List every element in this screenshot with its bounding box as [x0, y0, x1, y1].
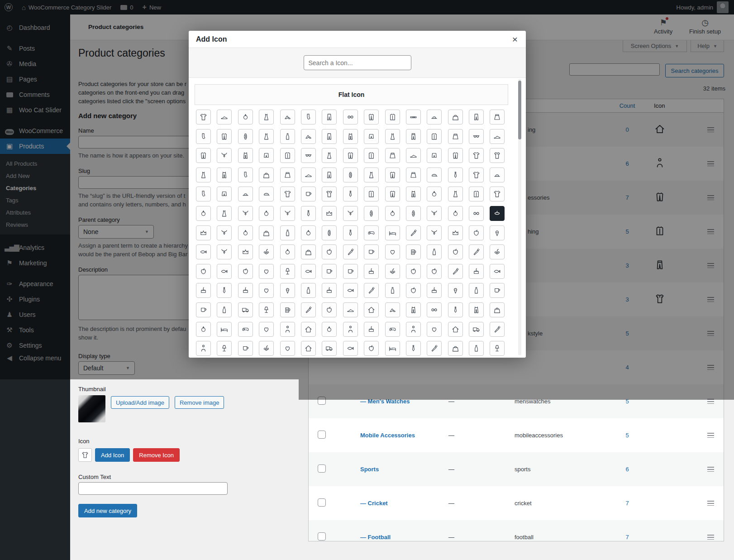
icon-cell-ring[interactable] [259, 206, 274, 221]
icon-cell-watch[interactable] [364, 206, 379, 221]
icon-cell-coat[interactable] [385, 187, 400, 201]
icon-cell-tshirt[interactable] [280, 187, 295, 201]
add-new-category-button[interactable]: Add new category [78, 504, 137, 517]
icon-cell-gamepad[interactable] [238, 322, 253, 337]
icon-cell-bed[interactable] [385, 341, 400, 356]
icon-cell-bag[interactable] [490, 302, 505, 317]
icon-cell-necklace[interactable] [217, 148, 232, 163]
row-checkbox[interactable] [318, 464, 326, 473]
icon-cell-sock[interactable] [196, 187, 211, 201]
category-count-link[interactable]: 7 [625, 534, 629, 541]
category-name-link[interactable]: — Football [360, 534, 391, 541]
icon-cell-grapes[interactable] [385, 264, 400, 279]
icon-cell-heart[interactable] [280, 341, 295, 356]
icon-cell-apple[interactable] [196, 264, 211, 279]
icon-cell-cap[interactable] [427, 168, 442, 182]
icon-cell-bag[interactable] [301, 244, 316, 259]
icon-cell-carrot[interactable] [364, 283, 379, 298]
icon-cell-tshirt[interactable] [490, 187, 505, 201]
icon-cell-heel[interactable] [280, 110, 295, 124]
icon-cell-tie[interactable] [343, 225, 358, 240]
icon-cell-grapes[interactable] [490, 244, 505, 259]
icon-cell-bottle[interactable] [217, 302, 232, 317]
icon-cell-skirt[interactable] [385, 148, 400, 163]
icon-cell-shorts[interactable] [427, 148, 442, 163]
icon-cell-heart[interactable] [259, 264, 274, 279]
icon-cell-cup[interactable] [196, 302, 211, 317]
icon-cell-shorts[interactable] [259, 148, 274, 163]
icon-cell-shoe[interactable] [343, 302, 358, 317]
icon-cell-bottle[interactable] [427, 244, 442, 259]
icon-cell-lamp[interactable] [490, 341, 505, 356]
icon-cell-person[interactable] [406, 322, 421, 337]
icon-cell-apple[interactable] [406, 283, 421, 298]
icon-cell-shoe[interactable] [301, 168, 316, 182]
category-name-link[interactable]: Mobile Accessories [360, 432, 415, 439]
icon-cell-hat[interactable] [490, 168, 505, 182]
icon-cell-bag[interactable] [259, 225, 274, 240]
icon-cell-pants[interactable] [322, 168, 337, 182]
icon-cell-icecream[interactable] [448, 283, 463, 298]
icon-cell-cup[interactable] [238, 341, 253, 356]
icon-cell-shirt[interactable] [427, 129, 442, 144]
icon-cell-cap[interactable] [259, 187, 274, 201]
icon-cell-coat[interactable] [196, 148, 211, 163]
icon-cell-carrot[interactable] [427, 341, 442, 356]
icon-cell-carrot[interactable] [469, 244, 484, 259]
icon-cell-heel[interactable] [301, 129, 316, 144]
icon-cell-bottle[interactable] [280, 129, 295, 144]
icon-cell-fish[interactable] [301, 264, 316, 279]
row-checkbox[interactable] [318, 431, 326, 439]
icon-cell-skirt[interactable] [448, 129, 463, 144]
icon-cell-beret[interactable] [490, 206, 505, 221]
icon-cell-ring[interactable] [196, 322, 211, 337]
icon-cell-cake[interactable] [427, 283, 442, 298]
icon-cell-watch[interactable] [238, 129, 253, 144]
icon-cell-heart[interactable] [427, 322, 442, 337]
icon-cell-ring[interactable] [238, 110, 253, 124]
icon-cell-tshirt[interactable] [196, 110, 211, 124]
icon-cell-skirt[interactable] [280, 168, 295, 182]
icon-cell-heart[interactable] [259, 283, 274, 298]
category-count-link[interactable]: 6 [625, 466, 629, 473]
drag-handle-icon[interactable] [707, 501, 714, 506]
icon-cell-dress[interactable] [322, 148, 337, 163]
icon-cell-tshirt[interactable] [469, 168, 484, 182]
icon-cell-watch[interactable] [322, 225, 337, 240]
icon-cell-jeans[interactable] [406, 129, 421, 144]
icon-cell-gamepad[interactable] [364, 225, 379, 240]
icon-cell-dress[interactable] [259, 129, 274, 144]
icon-cell-shirt[interactable] [364, 187, 379, 201]
remove-icon-button[interactable]: Remove Icon [133, 448, 180, 462]
icon-cell-pants[interactable] [322, 110, 337, 124]
icon-cell-sock[interactable] [196, 129, 211, 144]
icon-cell-coat[interactable] [217, 129, 232, 144]
close-icon[interactable]: × [511, 34, 519, 44]
icon-cell-icecream[interactable] [280, 283, 295, 298]
category-name-link[interactable]: — Cricket [360, 500, 388, 507]
icon-cell-apple[interactable] [364, 341, 379, 356]
icon-cell-truck[interactable] [322, 341, 337, 356]
icon-cell-watch[interactable] [343, 168, 358, 182]
icon-cell-sunglasses[interactable] [301, 148, 316, 163]
icon-cell-bottle[interactable] [469, 341, 484, 356]
icon-cell-bag[interactable] [259, 168, 274, 182]
icon-cell-dress[interactable] [364, 168, 379, 182]
icon-cell-tshirt[interactable] [469, 148, 484, 163]
icon-cell-ring[interactable] [448, 206, 463, 221]
icon-cell-truck[interactable] [469, 322, 484, 337]
icon-cell-tie[interactable] [448, 302, 463, 317]
icon-cell-vest[interactable] [406, 187, 421, 201]
icon-cell-coat[interactable] [343, 148, 358, 163]
icon-cell-house[interactable] [364, 302, 379, 317]
category-count-link[interactable]: 7 [625, 500, 629, 507]
icon-cell-cake[interactable] [469, 264, 484, 279]
row-checkbox[interactable] [318, 532, 326, 541]
icon-cell-heart[interactable] [259, 322, 274, 337]
icon-cell-icecream[interactable] [490, 225, 505, 240]
icon-cell-shoe[interactable] [490, 129, 505, 144]
icon-cell-shorts[interactable] [217, 187, 232, 201]
icon-cell-sock[interactable] [301, 110, 316, 124]
icon-cell-bottle[interactable] [301, 283, 316, 298]
drag-handle-icon[interactable] [707, 433, 714, 438]
